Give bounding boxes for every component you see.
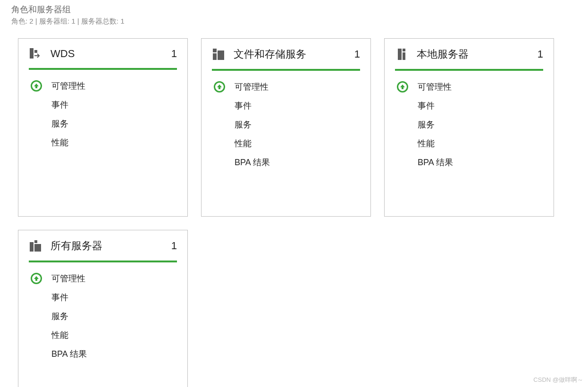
row-label: 性能 <box>235 138 252 149</box>
svg-rect-9 <box>34 240 37 243</box>
tile-file-storage[interactable]: 文件和存储服务 1 可管理性 事件 服务 性能 BPA 结果 <box>201 38 371 217</box>
row-manageability[interactable]: 可管理性 <box>29 76 177 95</box>
svg-rect-8 <box>30 242 34 252</box>
all-servers-icon <box>29 239 42 252</box>
svg-rect-0 <box>30 48 34 59</box>
row-label: 性能 <box>418 138 435 149</box>
row-label: 可管理性 <box>418 81 452 93</box>
status-up-icon <box>31 80 42 92</box>
row-bpa[interactable]: BPA 结果 <box>212 153 360 172</box>
local-server-icon <box>395 48 408 61</box>
svg-rect-3 <box>213 53 217 60</box>
tile-local-server[interactable]: 本地服务器 1 可管理性 事件 服务 性能 BPA 结果 <box>384 38 554 217</box>
row-services[interactable]: 服务 <box>395 115 543 134</box>
row-performance[interactable]: 性能 <box>29 326 177 345</box>
tile-divider <box>29 261 177 262</box>
row-label: 事件 <box>235 100 252 111</box>
tile-count: 1 <box>171 240 177 252</box>
row-label: 服务 <box>51 311 68 322</box>
row-label: 事件 <box>418 100 435 111</box>
tile-divider <box>395 69 543 71</box>
svg-rect-1 <box>34 50 37 53</box>
row-performance[interactable]: 性能 <box>29 133 177 152</box>
status-up-icon <box>31 273 42 284</box>
svg-rect-5 <box>398 49 402 60</box>
section-title: 角色和服务器组 <box>11 4 577 15</box>
tile-title: WDS <box>50 48 163 60</box>
row-services[interactable]: 服务 <box>29 114 177 133</box>
row-label: 事件 <box>51 292 68 303</box>
svg-rect-7 <box>403 52 405 60</box>
status-up-icon <box>397 81 408 93</box>
row-label: BPA 结果 <box>51 348 87 360</box>
row-manageability[interactable]: 可管理性 <box>29 269 177 288</box>
svg-rect-2 <box>213 49 217 52</box>
svg-rect-6 <box>403 49 405 51</box>
tile-title: 本地服务器 <box>417 47 529 61</box>
row-manageability[interactable]: 可管理性 <box>212 77 360 96</box>
watermark: CSDN @做咩啊～ <box>533 376 583 384</box>
tile-count: 1 <box>538 48 543 60</box>
tile-head: 本地服务器 1 <box>395 47 543 69</box>
tile-count: 1 <box>171 48 177 60</box>
row-label: 服务 <box>418 119 435 130</box>
row-events[interactable]: 事件 <box>29 95 177 114</box>
tiles-container: WDS 1 可管理性 事件 服务 性能 文件和存储服务 1 可管理性 <box>11 38 577 387</box>
row-events[interactable]: 事件 <box>29 288 177 307</box>
row-label: 可管理性 <box>51 80 85 92</box>
row-performance[interactable]: 性能 <box>395 134 543 153</box>
row-label: 性能 <box>51 137 68 148</box>
row-label: 可管理性 <box>51 273 85 284</box>
row-manageability[interactable]: 可管理性 <box>395 77 543 96</box>
svg-rect-4 <box>218 50 224 60</box>
row-events[interactable]: 事件 <box>212 96 360 115</box>
row-label: 可管理性 <box>235 81 269 93</box>
row-bpa[interactable]: BPA 结果 <box>395 153 543 172</box>
section-summary: 角色: 2 | 服务器组: 1 | 服务器总数: 1 <box>11 17 577 26</box>
row-label: 事件 <box>51 99 68 110</box>
row-label: BPA 结果 <box>418 157 453 168</box>
row-label: 服务 <box>51 118 68 129</box>
tile-title: 所有服务器 <box>50 239 163 253</box>
row-performance[interactable]: 性能 <box>212 134 360 153</box>
tile-head: WDS 1 <box>29 47 177 68</box>
status-up-icon <box>214 81 225 93</box>
tile-divider <box>212 69 360 71</box>
tile-title: 文件和存储服务 <box>234 47 346 61</box>
tile-head: 所有服务器 1 <box>29 239 177 261</box>
row-label: 性能 <box>51 329 68 341</box>
tile-count: 1 <box>354 48 360 60</box>
svg-rect-10 <box>34 244 41 252</box>
row-label: BPA 结果 <box>235 157 270 168</box>
tile-head: 文件和存储服务 1 <box>212 47 360 69</box>
file-storage-icon <box>212 48 225 61</box>
row-bpa[interactable]: BPA 结果 <box>29 345 177 363</box>
tile-all-servers[interactable]: 所有服务器 1 可管理性 事件 服务 性能 BPA 结果 <box>18 230 188 387</box>
row-services[interactable]: 服务 <box>29 307 177 326</box>
tile-wds[interactable]: WDS 1 可管理性 事件 服务 性能 <box>18 38 188 217</box>
wds-icon <box>29 47 42 60</box>
row-label: 服务 <box>235 119 252 130</box>
row-services[interactable]: 服务 <box>212 115 360 134</box>
tile-divider <box>29 68 177 70</box>
row-events[interactable]: 事件 <box>395 96 543 115</box>
